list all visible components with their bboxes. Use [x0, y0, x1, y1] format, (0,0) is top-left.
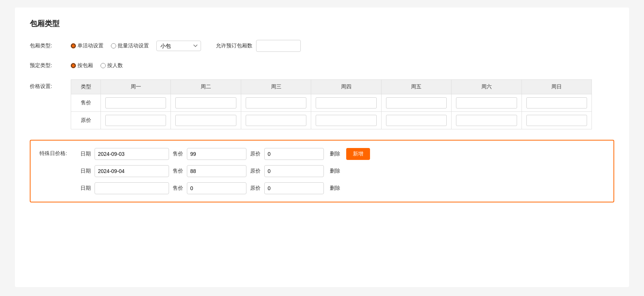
special-price-label: 特殊日价格: — [39, 148, 73, 157]
special-price-section: 特殊日价格: 日期 售价 原价 删除 新增 日期 售价 原价 删 — [30, 140, 614, 202]
special-rows-container: 日期 售价 原价 删除 新增 日期 售价 原价 删除 日期 — [80, 148, 605, 194]
radio-by-booth[interactable]: 按包厢 — [71, 62, 93, 69]
sale-price-sat[interactable] — [456, 97, 517, 108]
booking-type-radio-group: 按包厢 按人数 — [71, 62, 123, 69]
sale-price-input-3[interactable] — [187, 182, 246, 194]
date-label-1: 日期 — [80, 151, 91, 157]
original-price-fri[interactable] — [386, 115, 447, 126]
original-label-1: 原价 — [250, 151, 261, 157]
delete-button-1[interactable]: 删除 — [328, 151, 342, 157]
price-setting-section: 价格设置: 类型 周一 周二 周三 周四 周五 周六 周日 售价 — [30, 79, 614, 129]
date-label-2: 日期 — [80, 168, 91, 174]
col-header-fri: 周五 — [381, 80, 451, 94]
col-header-sun: 周日 — [522, 80, 592, 94]
sale-price-mon[interactable] — [105, 97, 166, 108]
sale-label-2: 售价 — [173, 168, 183, 174]
original-label-3: 原价 — [250, 185, 261, 192]
original-price-sun[interactable] — [526, 115, 587, 126]
col-header-mon: 周一 — [101, 80, 171, 94]
radio-batch-activity[interactable]: 批量活动设置 — [111, 42, 149, 49]
col-header-tue: 周二 — [171, 80, 241, 94]
radio-single-activity[interactable]: 单活动设置 — [71, 42, 103, 49]
booth-type-label: 包厢类型: — [30, 42, 63, 49]
add-button[interactable]: 新增 — [346, 148, 370, 160]
col-header-sat: 周六 — [452, 80, 522, 94]
radio-by-person[interactable]: 按人数 — [101, 62, 123, 69]
radio-single-input[interactable] — [71, 43, 76, 48]
main-container: 包厢类型 包厢类型: 单活动设置 批量活动设置 小包 中包 大包 允许预订包厢数… — [15, 7, 629, 287]
allow-preorder-label: 允许预订包厢数 — [216, 42, 252, 49]
price-row-sale: 售价 — [71, 94, 592, 112]
price-row-original: 原价 — [71, 112, 592, 129]
original-price-tue[interactable] — [175, 115, 236, 126]
sale-price-wed[interactable] — [246, 97, 306, 108]
booth-type-radio-group: 单活动设置 批量活动设置 — [71, 42, 149, 49]
radio-by-booth-input[interactable] — [71, 63, 76, 68]
date-label-3: 日期 — [80, 185, 91, 192]
radio-batch-label: 批量活动设置 — [118, 42, 149, 49]
sale-price-fri[interactable] — [386, 97, 447, 108]
col-header-wed: 周三 — [241, 80, 311, 94]
booth-size-select[interactable]: 小包 中包 大包 — [156, 41, 201, 51]
radio-batch-input[interactable] — [111, 43, 116, 48]
sale-price-sun[interactable] — [526, 97, 587, 108]
radio-by-person-input[interactable] — [101, 63, 106, 68]
date-input-3[interactable] — [95, 182, 169, 194]
booth-type-row: 包厢类型: 单活动设置 批量活动设置 小包 中包 大包 允许预订包厢数 — [30, 40, 614, 52]
special-price-row-1: 日期 售价 原价 删除 新增 — [80, 148, 605, 160]
delete-button-2[interactable]: 删除 — [328, 168, 342, 174]
special-price-row-2: 日期 售价 原价 删除 — [80, 165, 605, 177]
date-input-1[interactable] — [95, 148, 169, 160]
radio-single-label: 单活动设置 — [77, 42, 103, 49]
original-price-input-2[interactable] — [264, 165, 324, 177]
special-price-row-3: 日期 售价 原价 删除 — [80, 182, 605, 194]
original-label-2: 原价 — [250, 168, 261, 174]
sale-price-tue[interactable] — [175, 97, 236, 108]
price-setting-label: 价格设置: — [30, 79, 63, 90]
original-price-wed[interactable] — [246, 115, 306, 126]
col-header-type: 类型 — [71, 80, 101, 94]
original-price-mon[interactable] — [105, 115, 166, 126]
price-table: 类型 周一 周二 周三 周四 周五 周六 周日 售价 — [71, 79, 592, 129]
sale-price-input-1[interactable] — [187, 148, 246, 160]
original-price-input-3[interactable] — [264, 182, 324, 194]
sale-price-thu[interactable] — [316, 97, 376, 108]
date-input-2[interactable] — [95, 165, 169, 177]
original-price-type-label: 原价 — [71, 112, 101, 129]
original-price-thu[interactable] — [316, 115, 376, 126]
radio-by-person-label: 按人数 — [107, 62, 123, 69]
booking-type-label: 预定类型: — [30, 62, 63, 69]
page-title: 包厢类型 — [30, 19, 614, 29]
sale-price-type-label: 售价 — [71, 94, 101, 112]
radio-by-booth-label: 按包厢 — [77, 62, 93, 69]
sale-label-1: 售价 — [173, 151, 183, 157]
allow-preorder-input[interactable] — [256, 40, 301, 52]
col-header-thu: 周四 — [311, 80, 381, 94]
sale-label-3: 售价 — [173, 185, 183, 192]
original-price-sat[interactable] — [456, 115, 517, 126]
sale-price-input-2[interactable] — [187, 165, 246, 177]
original-price-input-1[interactable] — [264, 148, 324, 160]
booking-type-row: 预定类型: 按包厢 按人数 — [30, 62, 614, 69]
delete-button-3[interactable]: 删除 — [328, 185, 342, 192]
